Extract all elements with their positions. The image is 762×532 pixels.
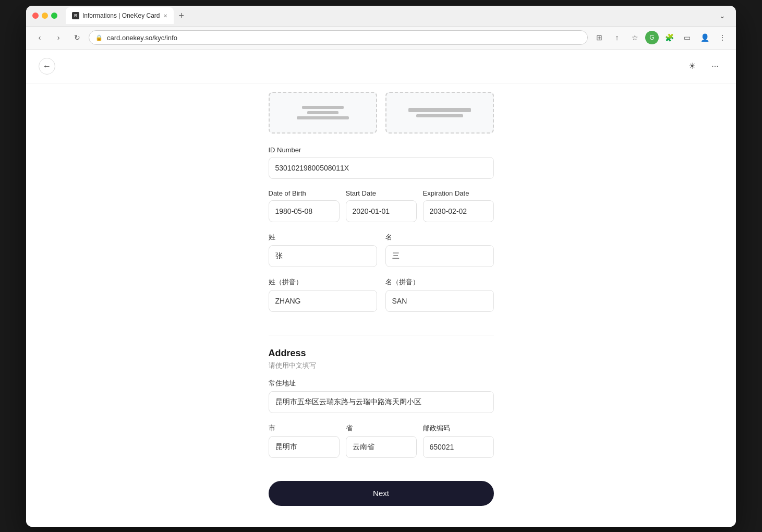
- id-card-front-lines: [297, 106, 349, 119]
- back-nav-button[interactable]: ‹: [32, 30, 47, 45]
- browser-window: B Informations | OneKey Card ✕ + ⌄ ‹ › ↻…: [26, 6, 736, 527]
- window-chevron-icon[interactable]: ⌄: [715, 8, 730, 23]
- address-group: 常住地址: [269, 379, 494, 413]
- start-date-group: Start Date: [346, 189, 417, 222]
- menu-icon[interactable]: ⋮: [715, 30, 730, 45]
- city-input[interactable]: [269, 436, 340, 458]
- dates-row: Date of Birth Start Date Expiration Date: [269, 189, 494, 233]
- first-name-input[interactable]: [385, 245, 494, 267]
- profile-icon[interactable]: G: [645, 31, 659, 44]
- province-group: 省: [346, 424, 417, 458]
- bookmark-icon[interactable]: ☆: [627, 30, 642, 45]
- city-label: 市: [269, 424, 340, 433]
- tab-close-icon[interactable]: ✕: [163, 13, 167, 19]
- last-name-group: 姓: [269, 233, 377, 267]
- last-name-pinyin-label: 姓（拼音）: [269, 277, 377, 287]
- tab-favicon: B: [72, 12, 79, 19]
- header-actions: ☀ ···: [684, 58, 723, 75]
- translate-icon[interactable]: ⊞: [592, 30, 607, 45]
- address-bar[interactable]: 🔒 card.onekey.so/kyc/info: [89, 30, 588, 45]
- page-back-button[interactable]: ←: [39, 58, 55, 75]
- lock-icon: 🔒: [95, 34, 103, 41]
- id-line: [302, 106, 344, 109]
- first-name-pinyin-label: 名（拼音）: [385, 277, 494, 287]
- id-line: [307, 111, 338, 114]
- page-content: ← ☀ ···: [26, 50, 736, 527]
- first-name-label: 名: [385, 233, 494, 242]
- city-group: 市: [269, 424, 340, 458]
- id-card-back-lines: [408, 108, 471, 117]
- id-line: [408, 108, 471, 112]
- dob-input[interactable]: [269, 200, 340, 222]
- first-name-pinyin-group: 名（拼音）: [385, 277, 494, 312]
- address-section: Address 请使用中文填写 常住地址 市 省: [269, 348, 494, 468]
- first-name-pinyin-input[interactable]: [385, 290, 494, 312]
- sidebar-icon[interactable]: ▭: [680, 30, 694, 45]
- id-number-group: ID Number: [269, 146, 494, 179]
- id-number-input[interactable]: [269, 157, 494, 179]
- more-options-icon[interactable]: ···: [707, 58, 723, 75]
- last-name-label: 姓: [269, 233, 377, 242]
- id-line: [297, 116, 349, 119]
- form-container: ID Number Date of Birth Start Date Expir…: [256, 83, 506, 527]
- name-row: 姓 名: [269, 233, 494, 277]
- browser-toolbar: ‹ › ↻ 🔒 card.onekey.so/kyc/info ⊞ ↑ ☆ G …: [26, 27, 736, 50]
- tab-bar: B Informations | OneKey Card ✕ +: [66, 7, 711, 24]
- expiration-date-label: Expiration Date: [423, 189, 494, 197]
- url-text: card.onekey.so/kyc/info: [107, 34, 177, 42]
- postal-input[interactable]: [423, 436, 494, 458]
- dob-label: Date of Birth: [269, 189, 340, 197]
- postal-label: 邮政编码: [423, 424, 494, 433]
- active-tab[interactable]: B Informations | OneKey Card ✕: [66, 7, 174, 24]
- first-name-group: 名: [385, 233, 494, 267]
- city-province-postal-row: 市 省 邮政编码: [269, 424, 494, 468]
- traffic-lights: [32, 13, 57, 19]
- id-cards-row: [269, 92, 494, 134]
- share-icon[interactable]: ↑: [610, 30, 624, 45]
- browser-titlebar: B Informations | OneKey Card ✕ + ⌄: [26, 6, 736, 27]
- address-input[interactable]: [269, 391, 494, 413]
- dob-group: Date of Birth: [269, 189, 340, 222]
- last-name-pinyin-group: 姓（拼音）: [269, 277, 377, 312]
- postal-group: 邮政编码: [423, 424, 494, 458]
- id-card-back: [385, 92, 494, 134]
- section-divider: [269, 335, 494, 335]
- maximize-button[interactable]: [51, 13, 57, 19]
- page-header: ← ☀ ···: [26, 50, 736, 83]
- last-name-input[interactable]: [269, 245, 377, 267]
- sun-icon[interactable]: ☀: [684, 58, 700, 75]
- expiration-date-input[interactable]: [423, 200, 494, 222]
- close-button[interactable]: [32, 13, 39, 19]
- toolbar-icons: ⊞ ↑ ☆ G 🧩 ▭ 👤 ⋮: [592, 30, 730, 45]
- id-card-front: [269, 92, 377, 134]
- reload-button[interactable]: ↻: [70, 30, 84, 45]
- province-input[interactable]: [346, 436, 417, 458]
- start-date-label: Start Date: [346, 189, 417, 197]
- expiration-date-group: Expiration Date: [423, 189, 494, 222]
- id-line: [416, 114, 463, 117]
- new-tab-button[interactable]: +: [176, 10, 188, 21]
- extensions-icon[interactable]: 🧩: [662, 30, 676, 45]
- address-title: Address: [269, 348, 494, 359]
- tab-title: Informations | OneKey Card: [82, 12, 160, 19]
- address-label: 常住地址: [269, 379, 494, 388]
- address-subtitle: 请使用中文填写: [269, 361, 494, 370]
- pinyin-row: 姓（拼音） 名（拼音）: [269, 277, 494, 322]
- id-number-label: ID Number: [269, 146, 494, 154]
- province-label: 省: [346, 424, 417, 433]
- user-avatar-icon[interactable]: 👤: [697, 30, 712, 45]
- minimize-button[interactable]: [42, 13, 48, 19]
- last-name-pinyin-input[interactable]: [269, 290, 377, 312]
- start-date-input[interactable]: [346, 200, 417, 222]
- forward-nav-button[interactable]: ›: [51, 30, 66, 45]
- next-button[interactable]: Next: [269, 481, 494, 506]
